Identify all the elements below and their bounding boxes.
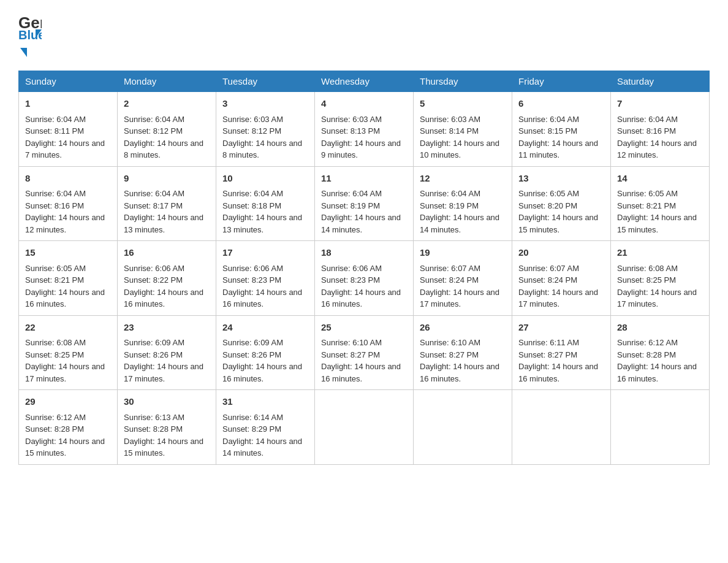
calendar-week-row: 1Sunrise: 6:04 AMSunset: 8:11 PMDaylight…	[19, 92, 710, 167]
day-header-sunday: Sunday	[19, 71, 118, 92]
calendar-cell: 20Sunrise: 6:07 AMSunset: 8:24 PMDayligh…	[512, 241, 611, 316]
day-number: 20	[518, 246, 604, 260]
sunrise-info: Sunrise: 6:08 AM	[617, 262, 703, 275]
daylight-info: Daylight: 14 hours and 15 minutes.	[25, 435, 111, 459]
sunset-info: Sunset: 8:23 PM	[321, 274, 407, 286]
calendar-cell: 10Sunrise: 6:04 AMSunset: 8:18 PMDayligh…	[216, 166, 315, 241]
sunrise-info: Sunrise: 6:05 AM	[518, 188, 604, 200]
day-number: 19	[420, 246, 506, 260]
daylight-info: Daylight: 14 hours and 13 minutes.	[222, 212, 308, 236]
day-number: 21	[617, 246, 703, 260]
sunrise-info: Sunrise: 6:06 AM	[124, 262, 210, 275]
calendar-cell: 1Sunrise: 6:04 AMSunset: 8:11 PMDaylight…	[19, 92, 118, 167]
sunset-info: Sunset: 8:29 PM	[222, 423, 308, 435]
calendar-cell: 12Sunrise: 6:04 AMSunset: 8:19 PMDayligh…	[414, 166, 512, 241]
calendar-cell: 15Sunrise: 6:05 AMSunset: 8:21 PMDayligh…	[19, 241, 118, 316]
sunset-info: Sunset: 8:16 PM	[617, 125, 703, 137]
daylight-info: Daylight: 14 hours and 17 minutes.	[518, 286, 604, 310]
sunrise-info: Sunrise: 6:09 AM	[222, 337, 308, 349]
sunrise-info: Sunrise: 6:07 AM	[518, 262, 604, 275]
day-number: 7	[617, 97, 703, 111]
sunrise-info: Sunrise: 6:04 AM	[617, 113, 703, 126]
calendar-cell: 11Sunrise: 6:04 AMSunset: 8:19 PMDayligh…	[315, 166, 414, 241]
sunset-info: Sunset: 8:24 PM	[420, 274, 506, 286]
calendar-cell: 2Sunrise: 6:04 AMSunset: 8:12 PMDaylight…	[118, 92, 216, 167]
calendar-cell: 4Sunrise: 6:03 AMSunset: 8:13 PMDaylight…	[315, 92, 414, 167]
sunset-info: Sunset: 8:19 PM	[321, 200, 407, 212]
sunset-info: Sunset: 8:13 PM	[321, 125, 407, 137]
day-number: 5	[420, 97, 506, 111]
sunset-info: Sunset: 8:26 PM	[124, 349, 210, 361]
calendar-cell: 30Sunrise: 6:13 AMSunset: 8:28 PMDayligh…	[118, 390, 216, 465]
calendar-cell: 8Sunrise: 6:04 AMSunset: 8:16 PMDaylight…	[19, 166, 118, 241]
day-number: 28	[617, 321, 703, 335]
calendar-cell: 25Sunrise: 6:10 AMSunset: 8:27 PMDayligh…	[315, 315, 414, 390]
svg-text:Blue: Blue	[18, 28, 42, 39]
sunrise-info: Sunrise: 6:08 AM	[25, 337, 111, 349]
sunset-info: Sunset: 8:27 PM	[420, 349, 506, 361]
day-number: 15	[25, 246, 111, 260]
calendar-cell: 23Sunrise: 6:09 AMSunset: 8:26 PMDayligh…	[118, 315, 216, 390]
sunset-info: Sunset: 8:18 PM	[222, 200, 308, 212]
day-number: 3	[222, 97, 308, 111]
daylight-info: Daylight: 14 hours and 17 minutes.	[124, 361, 210, 385]
daylight-info: Daylight: 14 hours and 10 minutes.	[420, 137, 506, 161]
calendar-cell: 31Sunrise: 6:14 AMSunset: 8:29 PMDayligh…	[216, 390, 315, 465]
sunset-info: Sunset: 8:28 PM	[124, 423, 210, 435]
calendar-cell: 21Sunrise: 6:08 AMSunset: 8:25 PMDayligh…	[611, 241, 710, 316]
sunrise-info: Sunrise: 6:04 AM	[124, 188, 210, 200]
calendar-week-row: 29Sunrise: 6:12 AMSunset: 8:28 PMDayligh…	[19, 390, 710, 465]
daylight-info: Daylight: 14 hours and 16 minutes.	[321, 361, 407, 385]
sunrise-info: Sunrise: 6:03 AM	[222, 113, 308, 126]
sunset-info: Sunset: 8:28 PM	[617, 349, 703, 361]
sunset-info: Sunset: 8:28 PM	[25, 423, 111, 435]
calendar-cell	[315, 390, 414, 465]
daylight-info: Daylight: 14 hours and 8 minutes.	[124, 137, 210, 161]
sunset-info: Sunset: 8:27 PM	[321, 349, 407, 361]
sunrise-info: Sunrise: 6:06 AM	[222, 262, 308, 275]
sunset-info: Sunset: 8:21 PM	[617, 200, 703, 212]
sunrise-info: Sunrise: 6:05 AM	[617, 188, 703, 200]
sunrise-info: Sunrise: 6:04 AM	[420, 188, 506, 200]
daylight-info: Daylight: 14 hours and 9 minutes.	[321, 137, 407, 161]
calendar-cell: 27Sunrise: 6:11 AMSunset: 8:27 PMDayligh…	[512, 315, 611, 390]
calendar-body: 1Sunrise: 6:04 AMSunset: 8:11 PMDaylight…	[19, 92, 710, 465]
sunrise-info: Sunrise: 6:03 AM	[321, 113, 407, 126]
calendar-cell: 19Sunrise: 6:07 AMSunset: 8:24 PMDayligh…	[414, 241, 512, 316]
day-number: 16	[124, 246, 210, 260]
sunrise-info: Sunrise: 6:04 AM	[25, 188, 111, 200]
sunset-info: Sunset: 8:16 PM	[25, 200, 111, 212]
day-number: 1	[25, 97, 111, 111]
day-number: 23	[124, 321, 210, 335]
daylight-info: Daylight: 14 hours and 16 minutes.	[420, 361, 506, 385]
sunset-info: Sunset: 8:11 PM	[25, 125, 111, 137]
calendar-cell: 17Sunrise: 6:06 AMSunset: 8:23 PMDayligh…	[216, 241, 315, 316]
daylight-info: Daylight: 14 hours and 17 minutes.	[420, 286, 506, 310]
daylight-info: Daylight: 14 hours and 16 minutes.	[518, 361, 604, 385]
sunrise-info: Sunrise: 6:06 AM	[321, 262, 407, 275]
sunrise-info: Sunrise: 6:04 AM	[222, 188, 308, 200]
day-number: 26	[420, 321, 506, 335]
calendar-cell: 18Sunrise: 6:06 AMSunset: 8:23 PMDayligh…	[315, 241, 414, 316]
daylight-info: Daylight: 14 hours and 7 minutes.	[25, 137, 111, 161]
logo-icon: General Blue	[18, 12, 42, 39]
daylight-info: Daylight: 14 hours and 8 minutes.	[222, 137, 308, 161]
logo: General Blue	[18, 12, 42, 59]
calendar-cell: 13Sunrise: 6:05 AMSunset: 8:20 PMDayligh…	[512, 166, 611, 241]
day-header-wednesday: Wednesday	[315, 71, 414, 92]
day-number: 9	[124, 172, 210, 186]
calendar-cell: 5Sunrise: 6:03 AMSunset: 8:14 PMDaylight…	[414, 92, 512, 167]
daylight-info: Daylight: 14 hours and 12 minutes.	[25, 212, 111, 236]
calendar-cell	[414, 390, 512, 465]
day-number: 18	[321, 246, 407, 260]
sunrise-info: Sunrise: 6:14 AM	[222, 412, 308, 424]
sunrise-info: Sunrise: 6:10 AM	[420, 337, 506, 349]
daylight-info: Daylight: 14 hours and 13 minutes.	[124, 212, 210, 236]
day-number: 24	[222, 321, 308, 335]
day-number: 22	[25, 321, 111, 335]
sunset-info: Sunset: 8:24 PM	[518, 274, 604, 286]
day-number: 17	[222, 246, 308, 260]
sunrise-info: Sunrise: 6:12 AM	[617, 337, 703, 349]
calendar-cell: 28Sunrise: 6:12 AMSunset: 8:28 PMDayligh…	[611, 315, 710, 390]
day-number: 11	[321, 172, 407, 186]
